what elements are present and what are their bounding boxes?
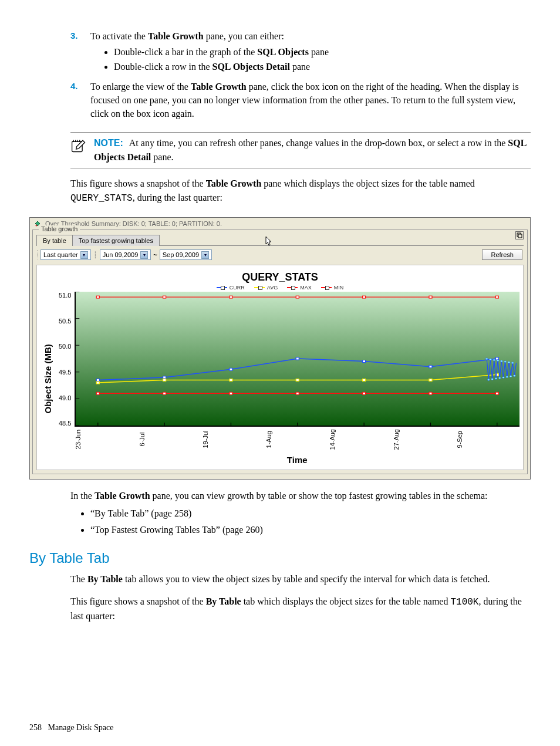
- page-number: 258: [29, 723, 42, 732]
- svg-rect-19: [230, 368, 232, 370]
- svg-rect-31: [97, 296, 100, 298]
- svg-point-53: [501, 360, 503, 362]
- svg-point-49: [493, 359, 495, 361]
- chevron-down-icon: ▾: [80, 251, 88, 259]
- svg-point-46: [488, 379, 490, 381]
- table-growth-fieldset: Table growth By table Top fastest growin…: [32, 229, 528, 474]
- figure-intro-1: This figure shows a snapshot of the Tabl…: [70, 177, 531, 205]
- svg-rect-36: [429, 296, 432, 298]
- svg-rect-41: [296, 392, 299, 394]
- link-top-fastest-tab[interactable]: “Top Fastest Growing Tables Tab” (page 2…: [90, 523, 531, 537]
- step-3: 3. To activate the Table Growth pane, yo…: [70, 29, 531, 76]
- page-footer: 258 Manage Disk Space: [29, 723, 531, 733]
- by-table-desc: The By Table tab allows you to view the …: [70, 572, 531, 586]
- table-growth-screenshot: Over Threshold Summary: DISK: 0; TABLE: …: [29, 217, 531, 479]
- chart-title: QUERY_STATS: [41, 268, 519, 285]
- svg-rect-26: [230, 379, 232, 382]
- svg-point-56: [506, 376, 508, 378]
- svg-rect-22: [429, 366, 432, 368]
- svg-rect-40: [230, 392, 232, 394]
- svg-rect-25: [163, 379, 166, 382]
- svg-rect-24: [97, 382, 100, 384]
- svg-rect-33: [230, 296, 232, 298]
- svg-rect-17: [97, 379, 100, 382]
- svg-rect-28: [363, 379, 366, 382]
- from-date-dropdown[interactable]: Jun 09,2009 ▾: [100, 249, 151, 260]
- svg-rect-44: [496, 392, 499, 394]
- growth-options-para: In the Table Growth pane, you can view g…: [70, 489, 531, 503]
- step-3-number: 3.: [70, 29, 90, 76]
- fieldset-legend: Table growth: [39, 225, 80, 232]
- svg-point-52: [499, 377, 501, 379]
- note-text: NOTE:At any time, you can refresh other …: [94, 136, 531, 164]
- heading-by-table-tab: By Table Tab: [29, 550, 531, 566]
- chevron-down-icon: ▾: [140, 251, 148, 259]
- svg-point-57: [508, 362, 510, 363]
- svg-rect-21: [363, 360, 366, 363]
- svg-rect-20: [296, 357, 299, 360]
- footer-section: Manage Disk Space: [48, 723, 114, 732]
- svg-rect-35: [363, 296, 366, 298]
- figure-intro-2: This figure shows a snapshot of the By T…: [70, 595, 531, 623]
- svg-point-1: [36, 225, 38, 227]
- chart-plot-area: [75, 292, 519, 427]
- svg-rect-27: [296, 379, 299, 382]
- svg-point-48: [491, 379, 494, 380]
- x-axis-label: Time: [75, 450, 519, 466]
- chevron-down-icon: ▾: [201, 251, 209, 259]
- svg-rect-23: [496, 357, 499, 360]
- note-block: NOTE:At any time, you can refresh other …: [70, 132, 531, 168]
- svg-point-55: [504, 361, 507, 363]
- svg-rect-32: [163, 296, 166, 298]
- chart-container: QUERY_STATS CURRAVGMAXMIN Object Size (M…: [36, 265, 524, 470]
- refresh-button[interactable]: Refresh: [482, 249, 522, 260]
- svg-rect-38: [97, 392, 100, 394]
- svg-point-45: [486, 358, 488, 360]
- svg-point-47: [490, 359, 492, 360]
- y-axis-ticks: 51.050.550.049.549.048.5: [55, 292, 75, 427]
- x-axis-ticks: 23-Jun6-Jul19-Jul1-Aug14-Aug27-Aug9-Sep: [75, 429, 519, 450]
- step-3-bullet-2: Double-click a row in the SQL Objects De…: [114, 60, 531, 73]
- step-4-number: 4.: [70, 80, 90, 123]
- step-4-text: To enlarge the view of the Table Growth …: [90, 80, 531, 121]
- svg-rect-39: [163, 392, 166, 394]
- note-pencil-icon: [70, 136, 94, 164]
- period-dropdown[interactable]: Last quarter ▾: [41, 249, 91, 260]
- svg-point-50: [495, 378, 497, 380]
- svg-point-54: [502, 377, 505, 379]
- svg-rect-43: [429, 392, 432, 394]
- y-axis-label: Object Size (MB): [41, 292, 55, 465]
- to-date-dropdown[interactable]: Sep 09,2009 ▾: [160, 249, 212, 260]
- svg-rect-37: [496, 296, 499, 298]
- window-titlebar: Over Threshold Summary: DISK: 0; TABLE: …: [32, 219, 528, 228]
- svg-rect-42: [363, 392, 366, 394]
- cursor-icon: [265, 236, 274, 248]
- svg-rect-29: [429, 379, 432, 382]
- chart-toolbar: Last quarter ▾ ┆ Jun 09,2009 ▾ ~ Sep 09,…: [36, 247, 524, 262]
- svg-point-59: [512, 362, 514, 364]
- step-3-text: To activate the Table Growth pane, you c…: [90, 29, 531, 43]
- svg-point-51: [497, 360, 500, 362]
- svg-rect-34: [296, 296, 299, 298]
- svg-point-60: [514, 375, 516, 377]
- step-4: 4. To enlarge the view of the Table Grow…: [70, 80, 531, 123]
- svg-rect-18: [163, 376, 166, 379]
- tab-top-fastest[interactable]: Top fastest growing tables: [72, 235, 160, 246]
- tab-by-table[interactable]: By table: [36, 235, 73, 246]
- chart-legend: CURRAVGMAXMIN: [41, 285, 519, 291]
- svg-point-58: [510, 376, 512, 377]
- link-by-table-tab[interactable]: “By Table Tab” (page 258): [90, 507, 531, 521]
- step-3-bullet-1: Double-click a bar in the graph of the S…: [114, 45, 531, 59]
